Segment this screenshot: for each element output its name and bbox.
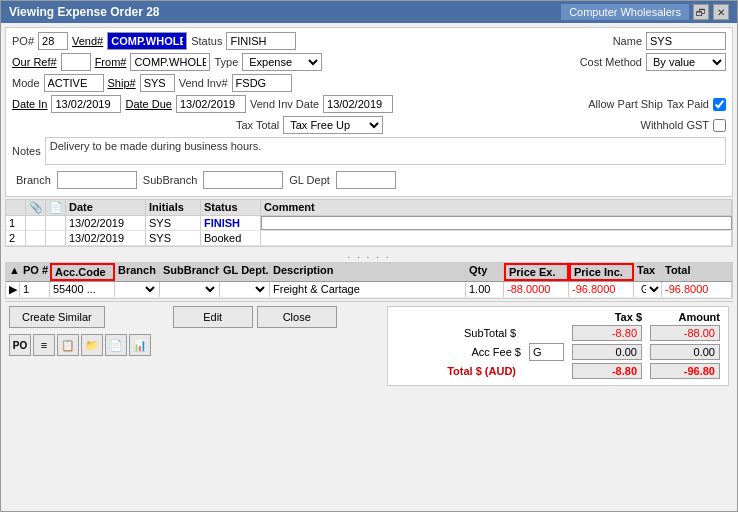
- costmethod-select[interactable]: By value: [646, 53, 726, 71]
- row1-date: 13/02/2019: [66, 216, 146, 230]
- restore-button[interactable]: 🗗: [693, 4, 709, 20]
- detail-col-branch: Branch: [115, 263, 160, 281]
- po-label: PO#: [12, 35, 34, 47]
- detail-row1-priceinc: -96.8000: [569, 282, 634, 297]
- form-row-4: Date In Date Due Vend Inv Date Allow Par…: [12, 95, 726, 113]
- col-status: Status: [201, 200, 261, 215]
- gldept-input[interactable]: [336, 171, 396, 189]
- gldept-label: GL Dept: [289, 174, 330, 186]
- ship-input[interactable]: [140, 74, 175, 92]
- datein-label[interactable]: Date In: [12, 98, 47, 110]
- detail-row1-gldept[interactable]: [220, 282, 270, 297]
- tax-select[interactable]: G: [637, 283, 662, 296]
- upper-grid-row-1[interactable]: 1 13/02/2019 SYS FINISH: [6, 216, 732, 231]
- row2-num: 2: [6, 231, 26, 245]
- datedue-label[interactable]: Date Due: [125, 98, 171, 110]
- ourref-input[interactable]: [61, 53, 91, 71]
- close-button[interactable]: Close: [257, 306, 337, 328]
- col-attach: 📎: [26, 200, 46, 215]
- create-similar-button[interactable]: Create Similar: [9, 306, 105, 328]
- vend-label[interactable]: Vend#: [72, 35, 103, 47]
- detail-row1-subbranch[interactable]: [160, 282, 220, 297]
- vendinv-input[interactable]: [232, 74, 292, 92]
- toolbar-chart-btn[interactable]: 📊: [129, 334, 151, 356]
- totals-header: Tax $ Amount: [396, 311, 720, 323]
- detail-row1-branch[interactable]: [115, 282, 160, 297]
- datedue-input[interactable]: [176, 95, 246, 113]
- toolbar-row: PO ≡ 📋 📁 📄 📊: [9, 334, 337, 356]
- toolbar-folder-btn[interactable]: 📁: [81, 334, 103, 356]
- accfee-code[interactable]: [529, 343, 564, 361]
- detail-row-1[interactable]: ▶ 1 55400 ... Freight & Cartage 1.00 -88…: [6, 282, 732, 298]
- close-window-button[interactable]: ✕: [713, 4, 729, 20]
- vend-input[interactable]: [107, 32, 187, 50]
- toolbar-po-btn[interactable]: PO: [9, 334, 31, 356]
- row2-date: 13/02/2019: [66, 231, 146, 245]
- main-content: PO# Vend# Status Name Our Ref# From# Typ…: [1, 23, 737, 511]
- detail-col-total: Total: [662, 263, 732, 281]
- row2-comment: [261, 231, 732, 245]
- subtotal-label: SubTotal $: [396, 327, 516, 339]
- status-input[interactable]: [226, 32, 296, 50]
- title-bar-controls: Computer Wholesalers 🗗 ✕: [561, 4, 729, 20]
- detail-row1-acccode[interactable]: 55400 ...: [50, 282, 115, 297]
- toolbar-clipboard-btn[interactable]: 📋: [57, 334, 79, 356]
- ship-label[interactable]: Ship#: [108, 77, 136, 89]
- type-select[interactable]: Expense: [242, 53, 322, 71]
- datein-input[interactable]: [51, 95, 121, 113]
- notes-text[interactable]: Delivery to be made during business hour…: [45, 137, 726, 165]
- row1-comment[interactable]: [261, 216, 732, 230]
- upper-grid-header: 📎 📄 Date Initials Status Comment: [6, 200, 732, 216]
- vendinvdate-input[interactable]: [323, 95, 393, 113]
- mode-label: Mode: [12, 77, 40, 89]
- col-doc: 📄: [46, 200, 66, 215]
- withholdgst-label: Withhold GST: [641, 119, 709, 131]
- col-date: Date: [66, 200, 146, 215]
- gldept-select[interactable]: [223, 283, 268, 296]
- detail-col-gldept: GL Dept.: [220, 263, 270, 281]
- row2-status: Booked: [201, 231, 261, 245]
- left-bottom: Create Similar Edit Close PO ≡ 📋 📁 📄 📊: [9, 306, 337, 386]
- taxtotal-select[interactable]: Tax Free Up: [283, 116, 383, 134]
- bottom-bar: Create Similar Edit Close PO ≡ 📋 📁 📄 📊: [5, 301, 733, 390]
- branch-input[interactable]: [57, 171, 137, 189]
- allowpartship-label: Allow Part Ship: [588, 98, 663, 110]
- detail-col-qty: Qty: [466, 263, 504, 281]
- subtotal-row: SubTotal $: [396, 325, 720, 341]
- total-amount[interactable]: [650, 363, 720, 379]
- main-window: Viewing Expense Order 28 Computer Wholes…: [0, 0, 738, 512]
- mode-input[interactable]: [44, 74, 104, 92]
- from-label[interactable]: From#: [95, 56, 127, 68]
- accfee-row: Acc Fee $: [396, 343, 720, 361]
- detail-grid: ▲ PO # Acc.Code Branch SubBranch GL Dept…: [5, 262, 733, 299]
- detail-grid-header: ▲ PO # Acc.Code Branch SubBranch GL Dept…: [6, 263, 732, 282]
- branch-select[interactable]: [118, 283, 158, 296]
- ourref-label[interactable]: Our Ref#: [12, 56, 57, 68]
- toolbar-list-btn[interactable]: ≡: [33, 334, 55, 356]
- totals-panel: Tax $ Amount SubTotal $ Acc Fee $ Total: [387, 306, 729, 386]
- taxpaid-label: Tax Paid: [667, 98, 709, 110]
- withholdgst-checkbox[interactable]: [713, 119, 726, 132]
- upper-grid-row-2[interactable]: 2 13/02/2019 SYS Booked: [6, 231, 732, 246]
- detail-row1-tax[interactable]: G: [634, 282, 662, 297]
- company-name: Computer Wholesalers: [561, 4, 689, 20]
- from-input[interactable]: [130, 53, 210, 71]
- notes-label: Notes: [12, 145, 41, 157]
- accfee-amount[interactable]: [650, 344, 720, 360]
- branch-row: Branch SubBranch GL Dept: [12, 168, 726, 192]
- col-initials: Initials: [146, 200, 201, 215]
- subbranch-select[interactable]: [163, 283, 218, 296]
- name-input[interactable]: [646, 32, 726, 50]
- accfee-tax[interactable]: [572, 344, 642, 360]
- taxpaid-checkbox[interactable]: [713, 98, 726, 111]
- subtotal-amount[interactable]: [650, 325, 720, 341]
- subbranch-input[interactable]: [203, 171, 283, 189]
- name-label: Name: [613, 35, 642, 47]
- edit-button[interactable]: Edit: [173, 306, 253, 328]
- subtotal-tax[interactable]: [572, 325, 642, 341]
- total-tax[interactable]: [572, 363, 642, 379]
- main-buttons: Create Similar Edit Close: [9, 306, 337, 328]
- detail-col-subbranch: SubBranch: [160, 263, 220, 281]
- toolbar-page-btn[interactable]: 📄: [105, 334, 127, 356]
- po-input[interactable]: [38, 32, 68, 50]
